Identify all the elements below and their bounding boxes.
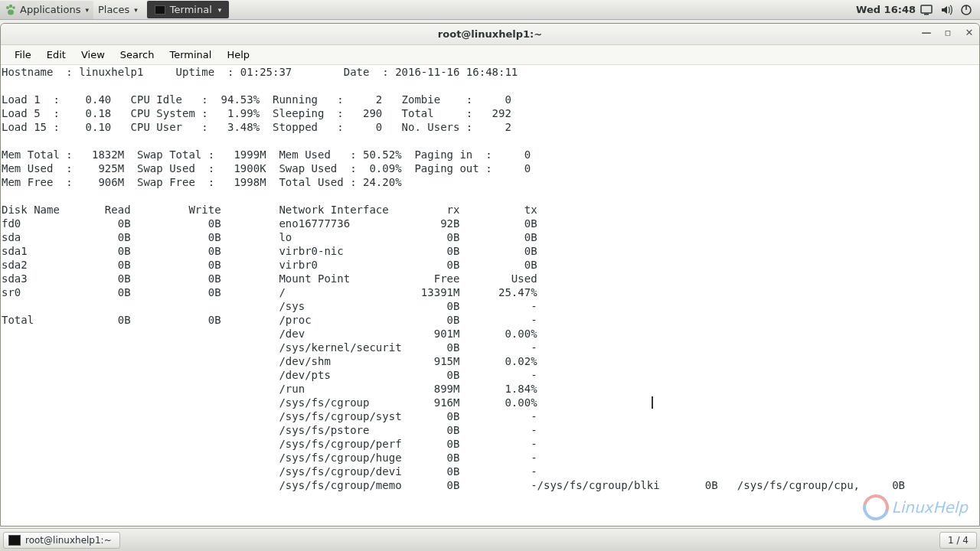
menu-terminal[interactable]: Terminal <box>162 46 219 64</box>
text-cursor <box>652 396 653 409</box>
svg-rect-4 <box>921 5 932 13</box>
svg-point-2 <box>12 6 15 9</box>
power-icon[interactable] <box>960 4 972 16</box>
terminal-icon <box>155 5 165 15</box>
minimize-button[interactable]: — <box>921 27 932 38</box>
terminal-window: root@linuxhelp1:~ — ▫ ✕ File Edit View S… <box>0 23 980 527</box>
menu-help[interactable]: Help <box>219 46 257 64</box>
logo-icon <box>858 490 893 525</box>
logo-text: LinuxHelp <box>892 498 968 517</box>
window-titlebar[interactable]: root@linuxhelp1:~ — ▫ ✕ <box>1 24 979 45</box>
maximize-button[interactable]: ▫ <box>942 27 953 38</box>
clock[interactable]: Wed 16:48 <box>851 1 920 18</box>
gnome-foot-icon <box>5 4 17 16</box>
svg-point-3 <box>8 9 14 15</box>
menu-search[interactable]: Search <box>113 46 162 64</box>
close-button[interactable]: ✕ <box>964 27 975 38</box>
svg-point-1 <box>9 4 12 7</box>
display-icon[interactable] <box>920 4 933 16</box>
terminal-menubar: File Edit View Search Terminal Help <box>1 45 979 65</box>
workspace-indicator[interactable]: 1 / 4 <box>939 532 977 549</box>
gnome-top-bar: Applications▾ Places▾ Terminal▾ Wed 16:4… <box>0 0 980 20</box>
active-app-indicator[interactable]: Terminal▾ <box>147 1 229 18</box>
chevron-down-icon: ▾ <box>134 6 138 14</box>
active-app-label: Terminal <box>170 4 212 15</box>
svg-point-0 <box>6 6 9 9</box>
places-label: Places <box>98 4 129 15</box>
applications-menu[interactable]: Applications▾ <box>0 1 93 19</box>
volume-icon[interactable] <box>940 4 952 16</box>
task-title: root@linuxhelp1:~ <box>25 535 112 546</box>
menu-file[interactable]: File <box>7 46 39 64</box>
svg-rect-5 <box>924 14 929 15</box>
places-menu[interactable]: Places▾ <box>93 1 142 18</box>
terminal-icon <box>8 535 21 546</box>
linuxhelp-logo: LinuxHelp <box>863 494 968 520</box>
chevron-down-icon: ▾ <box>218 6 222 14</box>
menu-view[interactable]: View <box>74 46 113 64</box>
taskbar-terminal-button[interactable]: root@linuxhelp1:~ <box>3 532 120 549</box>
bottom-taskbar: root@linuxhelp1:~ 1 / 4 <box>0 528 980 551</box>
menu-edit[interactable]: Edit <box>39 46 74 64</box>
terminal-output[interactable]: Hostname : linuxhelp1 Uptime : 01:25:37 … <box>1 65 979 526</box>
applications-label: Applications <box>20 4 80 15</box>
chevron-down-icon: ▾ <box>85 6 89 14</box>
window-title: root@linuxhelp1:~ <box>438 28 542 40</box>
